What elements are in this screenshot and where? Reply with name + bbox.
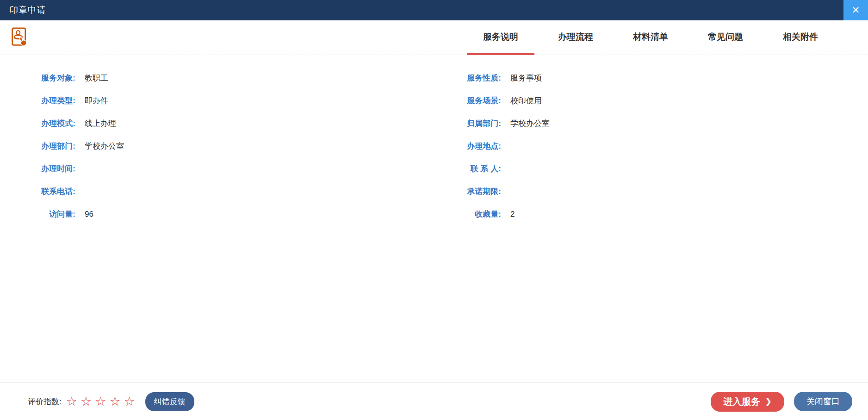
tab-attachments[interactable]: 相关附件 [767,20,834,55]
field-label: 联 系 人: [443,163,501,174]
star-icon[interactable]: ☆ [66,395,77,408]
field-handle-department: 办理部门: 学校办公室 [0,135,434,157]
field-value: 学校办公室 [85,141,124,151]
rating-stars: ☆ ☆ ☆ ☆ ☆ [66,395,135,408]
field-label: 服务场景: [443,95,501,106]
titlebar: 印章申请 ✕ [0,0,868,20]
header: 服务说明 办理流程 材料清单 常见问题 相关附件 [0,20,868,55]
star-icon[interactable]: ☆ [124,395,135,408]
field-promise-period: 承诺期限: [434,180,868,203]
field-label: 收藏量: [443,209,501,219]
field-service-scene: 服务场景: 校印使用 [434,89,868,112]
feedback-button[interactable]: 纠错反馈 [145,392,194,411]
close-icon[interactable]: ✕ [843,0,868,20]
service-details: 服务对象: 教职工 办理类型: 即办件 办理模式: 线上办理 办理部门: 学校办… [0,55,868,382]
field-value: 校印使用 [510,95,542,106]
field-label: 联系电话: [18,186,75,197]
field-label: 办理模式: [18,118,75,129]
field-label: 办理地点: [443,141,501,151]
service-detail-window: 印章申请 ✕ 服务说明 办理流程 材料清单 常见问题 相关附件 服务对象: [0,0,868,420]
field-label: 办理时间: [18,163,75,174]
chevron-right-icon: ❯ [765,396,772,407]
tab-bar: 服务说明 办理流程 材料清单 常见问题 相关附件 [467,20,868,55]
field-handle-time: 办理时间: [0,157,434,180]
field-service-target: 服务对象: 教职工 [0,67,434,89]
field-contact-person: 联 系 人: [434,157,868,180]
field-owning-department: 归属部门: 学校办公室 [434,112,868,135]
close-window-button[interactable]: 关闭窗口 [794,392,852,411]
footer-actions: 进入服务 ❯ 关闭窗口 [711,392,852,412]
field-handle-type: 办理类型: 即办件 [0,89,434,112]
field-value: 96 [85,210,93,219]
rating-label: 评价指数: [28,396,62,407]
field-contact-phone: 联系电话: [0,180,434,203]
enter-service-label: 进入服务 [723,395,760,408]
tab-service-description[interactable]: 服务说明 [467,20,534,55]
field-label: 访问量: [18,209,75,219]
field-label: 归属部门: [443,118,501,129]
seal-application-icon [10,27,29,47]
field-label: 办理类型: [18,95,75,106]
field-value: 即办件 [85,95,108,106]
star-icon[interactable]: ☆ [95,395,106,408]
tab-process-flow[interactable]: 办理流程 [542,20,609,55]
field-value: 2 [510,210,515,219]
field-handle-mode: 办理模式: 线上办理 [0,112,434,135]
tab-faq[interactable]: 常见问题 [692,20,759,55]
field-label: 办理部门: [18,141,75,151]
field-value: 学校办公室 [510,118,550,129]
field-value: 服务事项 [510,73,542,83]
details-left-column: 服务对象: 教职工 办理类型: 即办件 办理模式: 线上办理 办理部门: 学校办… [0,67,434,382]
field-label: 服务对象: [18,73,75,83]
field-handle-location: 办理地点: [434,135,868,157]
footer-bar: 评价指数: ☆ ☆ ☆ ☆ ☆ 纠错反馈 进入服务 ❯ 关闭窗口 [0,382,868,420]
enter-service-button[interactable]: 进入服务 ❯ [711,392,784,412]
window-title: 印章申请 [0,4,46,16]
star-icon[interactable]: ☆ [109,395,120,408]
field-favorite-count: 收藏量: 2 [434,203,868,226]
details-right-column: 服务性质: 服务事项 服务场景: 校印使用 归属部门: 学校办公室 办理地点: … [434,67,868,382]
field-label: 承诺期限: [443,186,501,197]
field-label: 服务性质: [443,73,501,83]
field-visit-count: 访问量: 96 [0,203,434,226]
star-icon[interactable]: ☆ [81,395,92,408]
field-service-nature: 服务性质: 服务事项 [434,67,868,89]
field-value: 线上办理 [85,118,116,129]
tab-material-list[interactable]: 材料清单 [617,20,684,55]
field-value: 教职工 [85,73,108,83]
